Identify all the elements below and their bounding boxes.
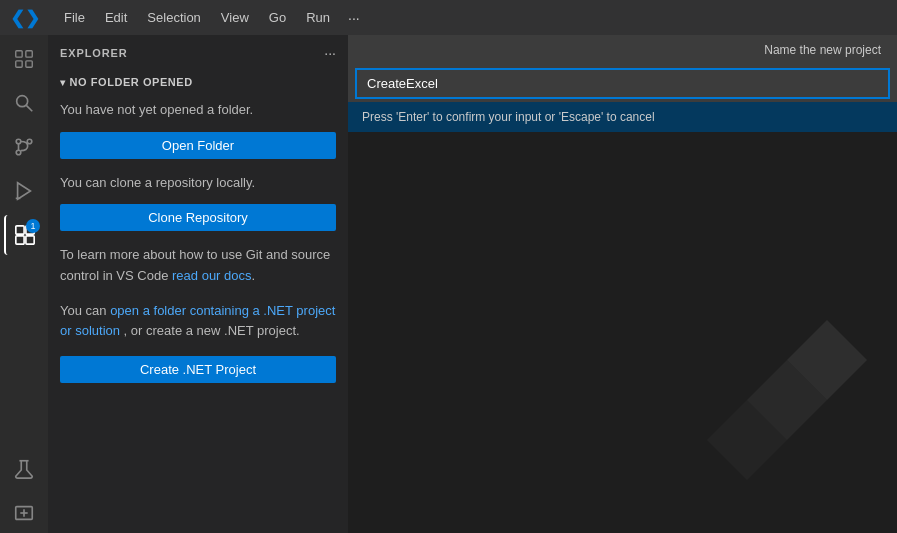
titlebar-menu: File Edit Selection View Go Run ··· — [56, 8, 366, 28]
svg-point-6 — [16, 139, 21, 144]
chevron-down-icon: ▾ — [60, 77, 66, 88]
read-docs-link[interactable]: read our docs — [172, 268, 252, 283]
sidebar-title: EXPLORER — [60, 47, 128, 59]
svg-line-5 — [26, 105, 32, 111]
sidebar: EXPLORER ··· ▾ NO FOLDER OPENED You have… — [48, 35, 348, 533]
activity-bar: 1 — [0, 35, 48, 533]
activity-run-debug[interactable] — [4, 171, 44, 211]
create-dotnet-project-button[interactable]: Create .NET Project — [60, 356, 336, 383]
dotnet-info-block: You can open a folder containing a .NET … — [60, 301, 336, 343]
svg-rect-1 — [26, 51, 32, 57]
open-folder-button[interactable]: Open Folder — [60, 132, 336, 159]
svg-rect-2 — [16, 61, 22, 67]
vscode-logo-icon: ❮❯ — [10, 7, 40, 29]
svg-point-8 — [16, 150, 21, 155]
titlebar: ❮❯ File Edit Selection View Go Run ··· — [0, 0, 897, 35]
svg-rect-3 — [26, 61, 32, 67]
menu-selection[interactable]: Selection — [139, 8, 208, 28]
dialog-input-row — [348, 65, 897, 102]
svg-point-7 — [27, 139, 32, 144]
svg-point-4 — [17, 96, 28, 107]
menu-go[interactable]: Go — [261, 8, 294, 28]
sidebar-header: EXPLORER ··· — [48, 35, 348, 70]
no-folder-label: ▾ NO FOLDER OPENED — [60, 76, 336, 88]
activity-source-control[interactable] — [4, 127, 44, 167]
menu-more-icon[interactable]: ··· — [342, 8, 366, 28]
clone-repository-button[interactable]: Clone Repository — [60, 204, 336, 231]
activity-extensions[interactable]: 1 — [4, 215, 44, 255]
dialog-title: Name the new project — [348, 35, 897, 65]
sidebar-more-icon[interactable]: ··· — [324, 45, 336, 61]
menu-file[interactable]: File — [56, 8, 93, 28]
svg-rect-14 — [16, 236, 24, 244]
svg-marker-10 — [18, 183, 31, 200]
extensions-badge: 1 — [26, 219, 40, 233]
svg-rect-12 — [16, 226, 24, 234]
main-layout: 1 EXPLORER ··· ▾ NO FOLDER OPENED — [0, 35, 897, 533]
vscode-watermark — [677, 310, 877, 513]
menu-run[interactable]: Run — [298, 8, 338, 28]
git-info-block: To learn more about how to use Git and s… — [60, 245, 336, 287]
dialog-hint-text: Press 'Enter' to confirm your input or '… — [348, 102, 897, 132]
menu-view[interactable]: View — [213, 8, 257, 28]
activity-search[interactable] — [4, 83, 44, 123]
activity-testing[interactable] — [4, 449, 44, 489]
svg-rect-0 — [16, 51, 22, 57]
menu-edit[interactable]: Edit — [97, 8, 135, 28]
svg-rect-15 — [26, 236, 34, 244]
editor-area: Name the new project Press 'Enter' to co… — [348, 35, 897, 533]
project-name-input[interactable] — [356, 69, 889, 98]
clone-repo-description: You can clone a repository locally. — [60, 173, 336, 193]
name-project-dialog: Name the new project Press 'Enter' to co… — [348, 35, 897, 132]
no-folder-section: ▾ NO FOLDER OPENED You have not yet open… — [48, 70, 348, 397]
activity-explorer[interactable] — [4, 39, 44, 79]
activity-remote[interactable] — [4, 493, 44, 533]
open-folder-description: You have not yet opened a folder. — [60, 100, 336, 120]
